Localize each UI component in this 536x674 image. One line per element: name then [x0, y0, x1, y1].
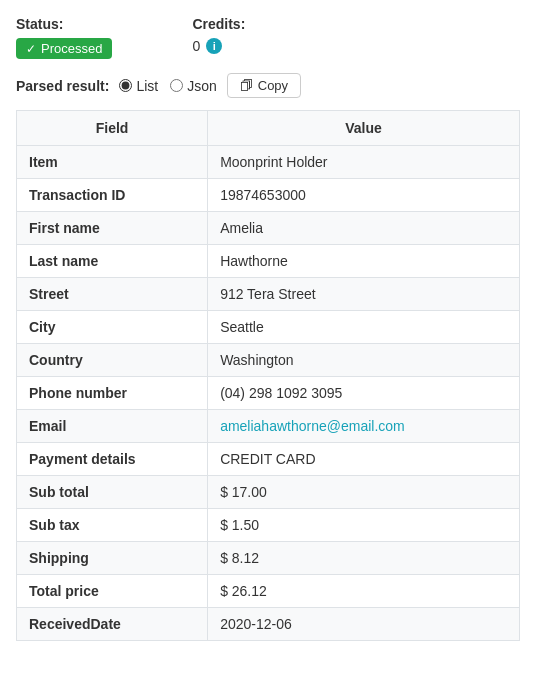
table-row: Payment detailsCREDIT CARD — [17, 443, 520, 476]
status-block: Status: ✓ Processed — [16, 16, 112, 59]
table-cell-field: Sub tax — [17, 509, 208, 542]
table-cell-value: Amelia — [208, 212, 520, 245]
radio-json-input[interactable] — [170, 79, 183, 92]
table-row: ReceivedDate2020-12-06 — [17, 608, 520, 641]
status-label: Status: — [16, 16, 112, 32]
table-cell-value: 2020-12-06 — [208, 608, 520, 641]
info-icon[interactable]: i — [206, 38, 222, 54]
table-cell-field: Item — [17, 146, 208, 179]
table-row: CitySeattle — [17, 311, 520, 344]
credits-value: 0 — [192, 38, 200, 54]
table-cell-value: Hawthorne — [208, 245, 520, 278]
data-table: Field Value ItemMoonprint HolderTransact… — [16, 110, 520, 641]
table-cell-field: Transaction ID — [17, 179, 208, 212]
table-row: Sub total$ 17.00 — [17, 476, 520, 509]
table-cell-value: $ 1.50 — [208, 509, 520, 542]
table-header-row: Field Value — [17, 111, 520, 146]
table-cell-field: ReceivedDate — [17, 608, 208, 641]
status-credits-section: Status: ✓ Processed Credits: 0 i — [16, 16, 520, 59]
table-cell-value: 19874653000 — [208, 179, 520, 212]
table-cell-value: Moonprint Holder — [208, 146, 520, 179]
table-cell-field: Country — [17, 344, 208, 377]
radio-list-label: List — [136, 78, 158, 94]
table-cell-field: Last name — [17, 245, 208, 278]
copy-icon: 🗍 — [240, 78, 253, 93]
table-body: ItemMoonprint HolderTransaction ID198746… — [17, 146, 520, 641]
table-cell-value: Seattle — [208, 311, 520, 344]
table-cell-value: $ 17.00 — [208, 476, 520, 509]
table-cell-field: Email — [17, 410, 208, 443]
radio-list-input[interactable] — [119, 79, 132, 92]
copy-button[interactable]: 🗍 Copy — [227, 73, 301, 98]
credits-label: Credits: — [192, 16, 245, 32]
status-badge-text: Processed — [41, 41, 102, 56]
table-cell-value: CREDIT CARD — [208, 443, 520, 476]
parsed-result-label: Parsed result: — [16, 78, 109, 94]
table-row: Street912 Tera Street — [17, 278, 520, 311]
table-cell-value: $ 26.12 — [208, 575, 520, 608]
email-link[interactable]: ameliahawthorne@email.com — [220, 418, 405, 434]
table-row: Sub tax$ 1.50 — [17, 509, 520, 542]
table-cell-field: Payment details — [17, 443, 208, 476]
table-row: CountryWashington — [17, 344, 520, 377]
table-row: Last nameHawthorne — [17, 245, 520, 278]
check-icon: ✓ — [26, 42, 36, 56]
table-cell-field: Street — [17, 278, 208, 311]
radio-json-option[interactable]: Json — [170, 78, 217, 94]
table-row: Phone number(04) 298 1092 3095 — [17, 377, 520, 410]
table-cell-field: Sub total — [17, 476, 208, 509]
table-cell-value: $ 8.12 — [208, 542, 520, 575]
col-value-header: Value — [208, 111, 520, 146]
table-row: Emailameliahawthorne@email.com — [17, 410, 520, 443]
table-row: ItemMoonprint Holder — [17, 146, 520, 179]
parsed-result-row: Parsed result: List Json 🗍 Copy — [16, 73, 520, 98]
status-badge: ✓ Processed — [16, 38, 112, 59]
table-cell-value: Washington — [208, 344, 520, 377]
table-cell-value: ameliahawthorne@email.com — [208, 410, 520, 443]
radio-group: List Json — [119, 78, 216, 94]
table-row: First nameAmelia — [17, 212, 520, 245]
table-cell-field: First name — [17, 212, 208, 245]
radio-json-label: Json — [187, 78, 217, 94]
col-field-header: Field — [17, 111, 208, 146]
table-cell-field: Shipping — [17, 542, 208, 575]
table-cell-field: City — [17, 311, 208, 344]
radio-list-option[interactable]: List — [119, 78, 158, 94]
table-row: Transaction ID19874653000 — [17, 179, 520, 212]
table-cell-field: Total price — [17, 575, 208, 608]
table-cell-field: Phone number — [17, 377, 208, 410]
credits-block: Credits: 0 i — [192, 16, 245, 54]
credits-value-row: 0 i — [192, 38, 245, 54]
copy-label: Copy — [258, 78, 288, 93]
table-cell-value: 912 Tera Street — [208, 278, 520, 311]
table-row: Total price$ 26.12 — [17, 575, 520, 608]
table-row: Shipping$ 8.12 — [17, 542, 520, 575]
table-cell-value: (04) 298 1092 3095 — [208, 377, 520, 410]
